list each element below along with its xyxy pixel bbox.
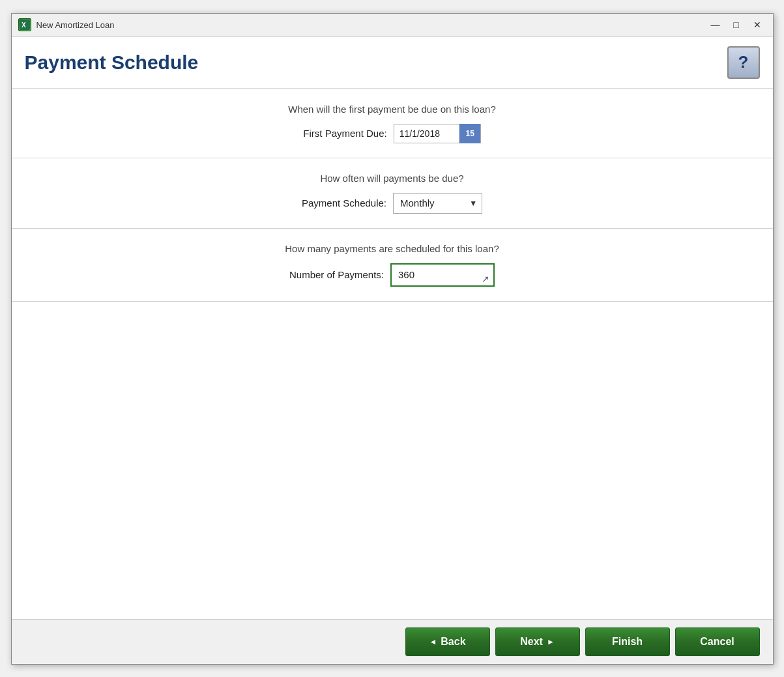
- date-field: 15: [394, 124, 481, 143]
- first-payment-row: First Payment Due: 15: [25, 124, 760, 143]
- number-of-payments-input[interactable]: [390, 263, 495, 287]
- back-icon: ◄: [429, 637, 437, 646]
- content-spacer: [12, 302, 773, 619]
- cancel-label: Cancel: [700, 636, 734, 648]
- next-button[interactable]: Next ►: [495, 627, 580, 656]
- content-area: When will the first payment be due on th…: [12, 89, 773, 619]
- window-title: New Amortized Loan: [36, 20, 115, 30]
- payments-input-wrapper: ↗: [390, 263, 495, 287]
- title-bar: X New Amortized Loan — □ ✕: [12, 14, 773, 37]
- footer-bar: ◄ Back Next ► Finish Cancel: [12, 619, 773, 664]
- app-icon: X: [18, 18, 31, 31]
- payment-schedule-row: Payment Schedule: Monthly Weekly Bi-Week…: [25, 193, 760, 214]
- schedule-select-wrapper: Monthly Weekly Bi-Weekly Quarterly Semi-…: [393, 193, 482, 214]
- back-button[interactable]: ◄ Back: [405, 627, 490, 656]
- title-bar-controls: — □ ✕: [706, 18, 766, 32]
- payment-frequency-question: How often will payments be due?: [25, 173, 760, 184]
- calendar-button[interactable]: 15: [459, 124, 480, 143]
- minimize-button[interactable]: —: [706, 18, 725, 32]
- next-label: Next: [520, 636, 543, 648]
- first-payment-label: First Payment Due:: [303, 128, 386, 139]
- date-input[interactable]: [394, 124, 459, 143]
- header-bar: Payment Schedule ?: [12, 37, 773, 89]
- schedule-select[interactable]: Monthly Weekly Bi-Weekly Quarterly Semi-…: [393, 193, 482, 214]
- page-title: Payment Schedule: [25, 51, 199, 74]
- main-window: X New Amortized Loan — □ ✕ Payment Sched…: [11, 13, 774, 665]
- cancel-button[interactable]: Cancel: [675, 627, 760, 656]
- payment-schedule-label: Payment Schedule:: [302, 197, 386, 209]
- back-label: Back: [441, 636, 465, 648]
- first-payment-section: When will the first payment be due on th…: [12, 89, 773, 158]
- finish-button[interactable]: Finish: [585, 627, 670, 656]
- next-icon: ►: [547, 637, 555, 646]
- number-payments-section: How many payments are scheduled for this…: [12, 229, 773, 302]
- number-payments-label: Number of Payments:: [289, 269, 384, 280]
- close-button[interactable]: ✕: [748, 18, 766, 32]
- help-button[interactable]: ?: [727, 46, 760, 79]
- finish-label: Finish: [612, 636, 643, 648]
- svg-text:X: X: [22, 22, 26, 29]
- number-payments-row: Number of Payments: ↗: [25, 263, 760, 287]
- number-payments-question: How many payments are scheduled for this…: [25, 243, 760, 254]
- maximize-button[interactable]: □: [727, 18, 746, 32]
- title-bar-left: X New Amortized Loan: [18, 18, 115, 31]
- payment-schedule-section: How often will payments be due? Payment …: [12, 158, 773, 229]
- first-payment-question: When will the first payment be due on th…: [25, 104, 760, 115]
